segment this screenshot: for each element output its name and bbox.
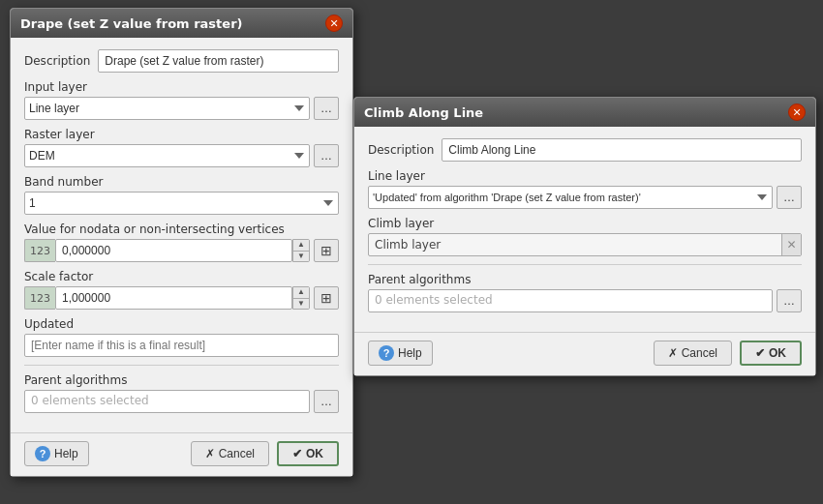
nodata-spinbox-arrows: ▲ ▼ (292, 239, 310, 262)
input-layer-label: Input layer (24, 80, 339, 94)
raster-layer-row: Raster layer DEM … (24, 128, 339, 167)
nodata-down-arrow[interactable]: ▼ (293, 251, 309, 261)
scale-spinbox-arrows: ▲ ▼ (292, 286, 310, 310)
climb-parent-algorithms-browse-button[interactable]: … (777, 289, 802, 312)
climb-layer-field: Climb layer ✕ (368, 233, 802, 256)
scale-down-arrow[interactable]: ▼ (293, 298, 309, 309)
help-icon: ? (35, 446, 50, 461)
drape-titlebar: Drape (set Z value from raster) ✕ (11, 9, 352, 38)
climb-footer-right: ✗ Cancel ✔ OK (654, 341, 802, 366)
band-number-label: Band number (24, 175, 339, 189)
climb-cancel-x-icon: ✗ (668, 346, 678, 360)
climb-description-label: Description (368, 143, 434, 157)
raster-layer-browse-button[interactable]: … (314, 144, 339, 167)
raster-layer-select[interactable]: DEM (24, 144, 310, 167)
climb-parent-algorithms-label: Parent algorithms (368, 273, 802, 286)
climb-help-icon: ? (379, 345, 394, 361)
drape-cancel-label: Cancel (219, 447, 255, 460)
parent-algorithms-placeholder: 0 elements selected (24, 390, 310, 413)
climb-cancel-button[interactable]: ✗ Cancel (654, 341, 732, 366)
input-layer-select[interactable]: Line layer (24, 97, 310, 120)
climb-line-layer-select[interactable]: 'Updated' from algorithm 'Drape (set Z v… (368, 186, 773, 209)
climb-titlebar: Climb Along Line ✕ (354, 98, 815, 127)
description-input[interactable] (98, 49, 339, 73)
nodata-label: Value for nodata or non-intersecting ver… (24, 222, 339, 236)
drape-ok-label: OK (306, 447, 323, 460)
climb-cancel-label: Cancel (682, 346, 717, 360)
band-number-select[interactable]: 1 (24, 192, 339, 215)
climb-line-layer-row: Line layer 'Updated' from algorithm 'Dra… (368, 169, 802, 209)
drape-footer: ? Help ✗ Cancel ✔ OK (11, 432, 352, 476)
description-label: Description (24, 54, 90, 68)
scale-prefix: 123 (24, 286, 55, 310)
climb-line-layer-label: Line layer (368, 169, 802, 183)
climb-description-row: Description (368, 138, 802, 162)
drape-title: Drape (set Z value from raster) (20, 16, 243, 31)
climb-help-label: Help (398, 346, 422, 360)
drape-cancel-button[interactable]: ✗ Cancel (191, 441, 269, 466)
nodata-prefix: 123 (24, 239, 55, 262)
drape-footer-right: ✗ Cancel ✔ OK (191, 441, 339, 466)
drape-dialog: Drape (set Z value from raster) ✕ Descri… (10, 8, 353, 477)
parent-algorithms-browse-button[interactable]: … (314, 390, 339, 413)
updated-row: Updated (24, 317, 339, 357)
updated-input[interactable] (24, 334, 339, 357)
updated-label: Updated (24, 317, 339, 331)
climb-layer-text: Climb layer (369, 236, 781, 253)
climb-layer-clear-button[interactable]: ✕ (781, 234, 801, 255)
nodata-paste-button[interactable]: ⊞ (314, 239, 339, 262)
drape-help-label: Help (54, 447, 78, 460)
climb-help-button[interactable]: ? Help (368, 341, 433, 366)
nodata-row: Value for nodata or non-intersecting ver… (24, 222, 339, 262)
nodata-up-arrow[interactable]: ▲ (293, 240, 309, 251)
scale-input[interactable] (55, 286, 292, 310)
climb-parent-algorithms-placeholder: 0 elements selected (368, 289, 773, 312)
cancel-x-icon: ✗ (205, 447, 215, 460)
climb-line-layer-browse-button[interactable]: … (777, 186, 802, 209)
climb-layer-label: Climb layer (368, 217, 802, 230)
nodata-input[interactable] (55, 239, 292, 262)
parent-algorithms-label: Parent algorithms (24, 373, 339, 387)
input-layer-row: Input layer Line layer … (24, 80, 339, 120)
drape-close-button[interactable]: ✕ (325, 15, 343, 32)
scale-paste-button[interactable]: ⊞ (314, 286, 339, 310)
climb-close-button[interactable]: ✕ (788, 104, 806, 121)
climb-parent-algorithms-row: Parent algorithms 0 elements selected … (368, 273, 802, 312)
climb-ok-label: OK (769, 346, 786, 360)
scale-up-arrow[interactable]: ▲ (293, 287, 309, 298)
description-row: Description (24, 49, 339, 73)
ok-check-icon: ✔ (292, 447, 302, 460)
scale-row: Scale factor 123 ▲ ▼ ⊞ (24, 270, 339, 310)
parent-algorithms-row: Parent algorithms 0 elements selected … (24, 373, 339, 413)
band-number-row: Band number 1 (24, 175, 339, 215)
climb-footer: ? Help ✗ Cancel ✔ OK (354, 332, 815, 375)
climb-title: Climb Along Line (364, 105, 483, 120)
climb-description-input[interactable] (442, 138, 802, 162)
climb-ok-button[interactable]: ✔ OK (740, 341, 802, 366)
input-layer-browse-button[interactable]: … (314, 97, 339, 120)
drape-help-button[interactable]: ? Help (24, 441, 89, 466)
raster-layer-label: Raster layer (24, 128, 339, 141)
climb-layer-row: Climb layer Climb layer ✕ (368, 217, 802, 256)
climb-ok-check-icon: ✔ (755, 346, 765, 360)
climb-dialog: Climb Along Line ✕ Description Line laye… (353, 97, 816, 376)
drape-ok-button[interactable]: ✔ OK (277, 441, 339, 466)
scale-label: Scale factor (24, 270, 339, 283)
